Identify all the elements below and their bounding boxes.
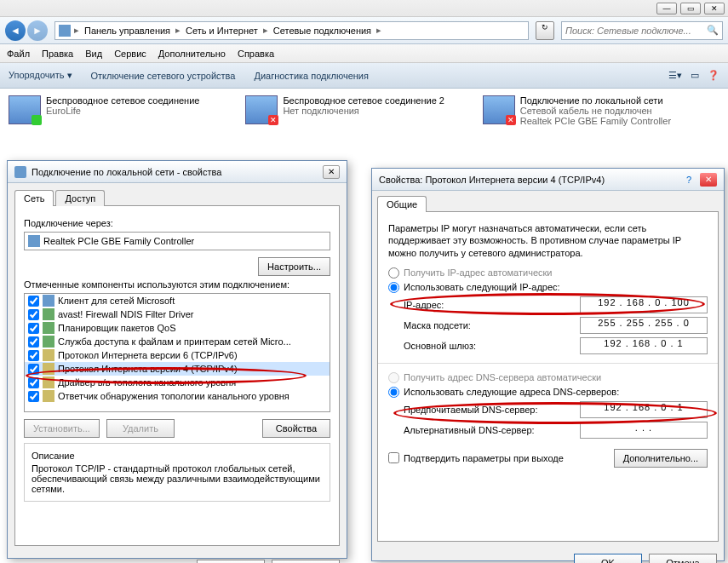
- diagnose-button[interactable]: Диагностика подключения: [254, 71, 368, 81]
- dns1-label: Предпочитаемый DNS-сервер:: [404, 405, 580, 415]
- disable-device-button[interactable]: Отключение сетевого устройства: [91, 71, 236, 81]
- refresh-button[interactable]: ↻: [536, 21, 554, 40]
- tab-network[interactable]: Сеть: [14, 190, 54, 206]
- menu-edit[interactable]: Правка: [42, 49, 73, 59]
- description-group: Описание Протокол TCP/IP - стандартный п…: [24, 443, 330, 502]
- protocol-icon: [43, 363, 54, 375]
- client-icon: [43, 295, 54, 307]
- titlebar: — ▭ ✕: [0, 0, 728, 17]
- list-item[interactable]: Служба доступа к файлам и принтерам сете…: [25, 335, 330, 348]
- properties-button[interactable]: Свойства: [262, 419, 330, 438]
- component-checkbox[interactable]: [28, 296, 39, 307]
- chevron-right-icon: ▸: [175, 25, 181, 36]
- toolbar: Упорядочить ▾ Отключение сетевого устрой…: [0, 63, 728, 89]
- remove-button[interactable]: Удалить: [106, 419, 175, 438]
- advanced-button[interactable]: Дополнительно...: [614, 449, 708, 468]
- search-icon: 🔍: [707, 25, 719, 36]
- ok-button[interactable]: OK: [197, 560, 265, 563]
- validate-checkbox-row[interactable]: Подтвердить параметры при выходе Дополни…: [388, 449, 708, 468]
- chevron-right-icon: ▸: [74, 25, 79, 36]
- component-label: Ответчик обнаружения топологии канальног…: [58, 391, 289, 401]
- organize-button[interactable]: Упорядочить ▾: [9, 70, 72, 81]
- adapter-status: Сетевой кабель не подключен: [520, 106, 671, 116]
- preview-pane-button[interactable]: ▭: [691, 70, 699, 81]
- component-list[interactable]: Клиент для сетей Microsoft avast! Firewa…: [24, 293, 330, 412]
- minimize-button[interactable]: —: [656, 3, 677, 14]
- list-item[interactable]: Протокол Интернета версии 6 (TCP/IPv6): [25, 348, 330, 362]
- menu-extra[interactable]: Дополнительно: [158, 49, 226, 59]
- radio-auto-dns[interactable]: Получить адрес DNS-сервера автоматически: [388, 372, 708, 383]
- configure-button[interactable]: Настроить...: [258, 257, 330, 276]
- ok-button[interactable]: OK: [574, 554, 642, 563]
- radio-auto-ip[interactable]: Получить IP-адрес автоматически: [388, 267, 708, 279]
- radio-label: Получить адрес DNS-сервера автоматически: [404, 372, 601, 382]
- description-text: Протокол TCP/IP - стандартный протокол г…: [32, 463, 323, 494]
- adapter-item[interactable]: Подключение по локальной сети Сетевой ка…: [483, 95, 719, 126]
- dns2-label: Альтернативный DNS-сервер:: [404, 425, 580, 435]
- gateway-field[interactable]: 192 . 168 . 0 . 1: [580, 337, 708, 354]
- breadcrumb-item[interactable]: Сеть и Интернет: [184, 26, 260, 36]
- alternate-dns-field[interactable]: . . .: [580, 422, 708, 439]
- search-input[interactable]: [565, 26, 707, 36]
- breadcrumb-item[interactable]: Панель управления: [83, 26, 172, 36]
- radio-input[interactable]: [388, 387, 399, 398]
- computer-icon: [59, 25, 71, 37]
- radio-label: Использовать следующие адреса DNS-сервер…: [404, 387, 619, 397]
- component-checkbox[interactable]: [28, 377, 39, 388]
- ip-address-field[interactable]: 192 . 168 . 0 . 100: [580, 296, 708, 313]
- tab-access[interactable]: Доступ: [55, 190, 105, 206]
- adapter-item[interactable]: Беспроводное сетевое соединение 2 Нет по…: [245, 95, 456, 126]
- close-button[interactable]: ✕: [704, 3, 725, 14]
- close-button[interactable]: ✕: [700, 173, 717, 187]
- ip-description: Параметры IP могут назначаться автоматич…: [388, 222, 708, 259]
- view-mode-button[interactable]: ☰▾: [668, 70, 682, 81]
- search-box[interactable]: 🔍: [561, 21, 723, 40]
- list-item[interactable]: avast! Firewall NDIS Filter Driver: [25, 307, 330, 321]
- list-item[interactable]: Планировщик пакетов QoS: [25, 321, 330, 335]
- network-icon: [245, 95, 278, 124]
- menu-file[interactable]: Файл: [7, 49, 30, 59]
- dialog-titlebar[interactable]: Свойства: Протокол Интернета версии 4 (T…: [372, 169, 724, 191]
- maximize-button[interactable]: ▭: [680, 3, 701, 14]
- adapter-field[interactable]: Realtek PCIe GBE Family Controller: [24, 232, 330, 250]
- radio-input[interactable]: [388, 282, 399, 293]
- forward-button[interactable]: ►: [27, 20, 48, 41]
- close-button[interactable]: ✕: [323, 165, 340, 179]
- tab-general[interactable]: Общие: [377, 196, 427, 212]
- radio-use-dns[interactable]: Использовать следующие адреса DNS-сервер…: [388, 387, 708, 398]
- component-checkbox[interactable]: [28, 323, 39, 334]
- chevron-right-icon: ▸: [263, 25, 268, 36]
- list-item[interactable]: Ответчик обнаружения топологии канальног…: [25, 389, 330, 403]
- help-button[interactable]: ❓: [708, 70, 719, 81]
- adapter-item[interactable]: Беспроводное сетевое соединение EuroLife: [9, 95, 220, 126]
- preferred-dns-field[interactable]: 192 . 168 . 0 . 1: [580, 401, 708, 418]
- radio-use-ip[interactable]: Использовать следующий IP-адрес:: [388, 282, 708, 293]
- breadcrumb-item[interactable]: Сетевые подключения: [272, 26, 373, 36]
- list-item[interactable]: Клиент для сетей Microsoft: [25, 294, 330, 307]
- cancel-button[interactable]: Отмена: [649, 554, 717, 563]
- list-item[interactable]: Протокол Интернета версии 4 (TCP/IPv4): [25, 362, 330, 376]
- back-button[interactable]: ◄: [5, 20, 26, 41]
- component-checkbox[interactable]: [28, 350, 39, 361]
- radio-input[interactable]: [388, 267, 399, 279]
- component-checkbox[interactable]: [28, 364, 39, 375]
- component-checkbox[interactable]: [28, 336, 39, 348]
- adapter-device: Realtek PCIe GBE Family Controller: [520, 116, 671, 126]
- ipv4-properties-dialog: Свойства: Протокол Интернета версии 4 (T…: [371, 168, 725, 561]
- menu-help[interactable]: Справка: [238, 49, 274, 59]
- help-button[interactable]: ?: [686, 175, 691, 185]
- component-checkbox[interactable]: [28, 391, 39, 402]
- menu-view[interactable]: Вид: [85, 49, 102, 59]
- menu-service[interactable]: Сервис: [114, 49, 146, 59]
- radio-label: Получить IP-адрес автоматически: [404, 267, 552, 278]
- subnet-mask-field[interactable]: 255 . 255 . 255 . 0: [580, 317, 708, 334]
- menu-bar: Файл Правка Вид Сервис Дополнительно Спр…: [0, 44, 728, 63]
- validate-checkbox[interactable]: [388, 452, 399, 463]
- component-label: Протокол Интернета версии 4 (TCP/IPv4): [58, 364, 238, 374]
- component-checkbox[interactable]: [28, 309, 39, 320]
- dialog-titlebar[interactable]: Подключение по локальной сети - свойства…: [8, 161, 347, 183]
- cancel-button[interactable]: Отмена: [272, 560, 340, 563]
- install-button[interactable]: Установить...: [24, 419, 100, 438]
- breadcrumb[interactable]: ▸ Панель управления ▸ Сеть и Интернет ▸ …: [54, 21, 529, 40]
- list-item[interactable]: Драйвер в/в тополога канального уровня: [25, 376, 330, 389]
